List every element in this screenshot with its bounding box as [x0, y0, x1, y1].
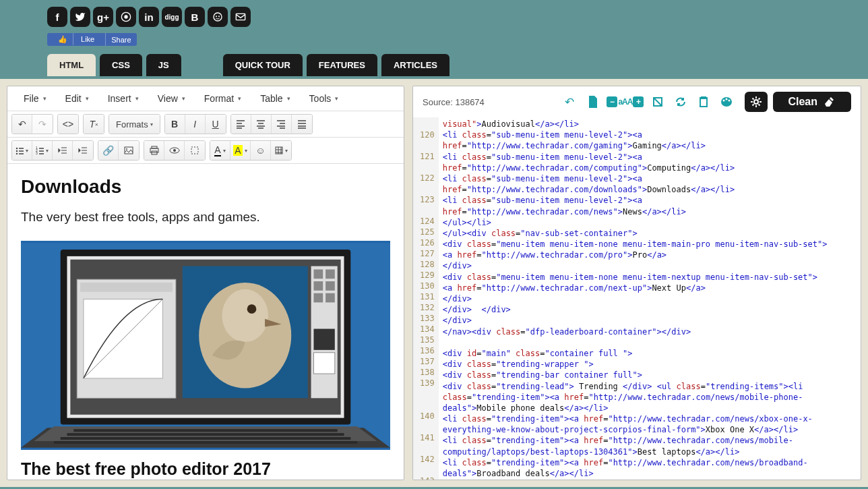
- menu-tools[interactable]: Tools: [300, 90, 348, 107]
- align-justify-button[interactable]: [292, 115, 312, 134]
- underline-button[interactable]: U: [206, 115, 226, 134]
- svg-point-37: [247, 304, 257, 314]
- editor-content[interactable]: Downloads The very best free tools, apps…: [7, 164, 404, 480]
- code-line[interactable]: visual">Audiovisual</a></li>: [443, 119, 857, 130]
- code-line[interactable]: <div class="trending-bar container full"…: [443, 370, 857, 380]
- editor-toolbar-1: ↶ ↷ <> T× Formats B I U: [7, 111, 404, 138]
- source-label: Source: 138674: [423, 97, 485, 107]
- settings-button[interactable]: [745, 92, 768, 112]
- fb-like-widget[interactable]: 👍 Like Share: [47, 33, 137, 46]
- tab-js[interactable]: JS: [146, 54, 181, 76]
- svg-point-18: [173, 149, 176, 152]
- menu-edit[interactable]: Edit: [56, 90, 98, 107]
- svg-point-52: [726, 98, 728, 100]
- code-line[interactable]: </div>: [443, 260, 857, 271]
- stumbleupon-icon[interactable]: [116, 7, 136, 27]
- svg-point-4: [218, 16, 220, 17]
- numbered-list-button[interactable]: 123: [32, 141, 53, 160]
- clean-button[interactable]: Clean: [773, 92, 851, 112]
- twitter-icon[interactable]: [70, 7, 90, 27]
- source-code-button[interactable]: <>: [58, 115, 78, 134]
- undo-button[interactable]: ↶: [12, 115, 32, 134]
- indent-button[interactable]: [73, 141, 93, 160]
- article-image: [21, 241, 390, 450]
- print-button[interactable]: [144, 141, 164, 160]
- tab-html[interactable]: HTML: [47, 54, 96, 76]
- code-line[interactable]: <a href="http://www.techradar.com/pro">P…: [443, 250, 857, 260]
- link-button[interactable]: 🔗: [98, 141, 119, 160]
- formats-dropdown[interactable]: Formats: [109, 115, 160, 134]
- image-button[interactable]: [119, 141, 139, 160]
- svg-text:3: 3: [36, 151, 38, 154]
- googleplus-icon[interactable]: g+: [93, 7, 113, 27]
- svg-rect-32: [80, 283, 173, 292]
- code-line[interactable]: [443, 337, 857, 348]
- svg-rect-25: [67, 433, 344, 436]
- menu-format[interactable]: Format: [195, 90, 251, 107]
- menu-view[interactable]: View: [148, 90, 195, 107]
- italic-button[interactable]: I: [185, 115, 206, 134]
- code-line[interactable]: <li class="sub-menu-item menu-level-2"><…: [443, 195, 857, 217]
- emoji-button[interactable]: ☺: [251, 141, 271, 160]
- code-line[interactable]: <li class="trending-item"><a href="http:…: [443, 413, 857, 435]
- code-line[interactable]: <li class="sub-menu-item menu-level-2"><…: [443, 152, 857, 173]
- blogger-icon[interactable]: B: [185, 7, 205, 27]
- code-line[interactable]: <div class="menu-item menu-item-none men…: [443, 239, 857, 250]
- svg-rect-49: [702, 96, 706, 98]
- code-line[interactable]: <div id="main" class="container full ">: [443, 348, 857, 359]
- redo-button[interactable]: ↷: [32, 115, 53, 134]
- code-line[interactable]: <li class="trending-item"><a href="http:…: [443, 435, 857, 457]
- editor-toolbar-2: 123 🔗 A A ☺: [7, 138, 404, 164]
- code-line[interactable]: <li class="sub-menu-item menu-level-2"><…: [443, 130, 857, 151]
- align-right-button[interactable]: [272, 115, 292, 134]
- svg-rect-19: [191, 147, 198, 154]
- align-left-button[interactable]: [231, 115, 251, 134]
- code-line[interactable]: </nav><div class="dfp-leaderboard-contai…: [443, 326, 857, 337]
- code-line[interactable]: <li class="trending-item"><a href="http:…: [443, 479, 857, 480]
- source-code-area[interactable]: 1201211221231241251261271281291301311321…: [413, 117, 861, 480]
- code-line[interactable]: <li class="sub-menu-item menu-level-2"><…: [443, 173, 857, 195]
- code-line[interactable]: </div>: [443, 315, 857, 326]
- bold-button[interactable]: B: [165, 115, 185, 134]
- font-size-control[interactable]: −aAA+: [607, 96, 644, 107]
- facebook-icon[interactable]: f: [47, 7, 67, 27]
- text-color-button[interactable]: A: [210, 141, 230, 160]
- email-icon[interactable]: [230, 7, 251, 27]
- menu-insert[interactable]: Insert: [98, 90, 148, 107]
- undo-icon[interactable]: ↶: [561, 93, 578, 111]
- linkedin-icon[interactable]: in: [139, 7, 159, 27]
- code-line[interactable]: </div> </div>: [443, 304, 857, 315]
- outdent-button[interactable]: [53, 141, 73, 160]
- preview-button[interactable]: [164, 141, 185, 160]
- bullet-list-button[interactable]: [12, 141, 32, 160]
- svg-point-2: [214, 13, 222, 21]
- tab-css[interactable]: CSS: [100, 54, 142, 76]
- palette-icon[interactable]: [718, 93, 735, 111]
- tab-quicktour[interactable]: QUICK TOUR: [223, 54, 303, 76]
- code-line[interactable]: </ul><div class="nav-sub-set-container">: [443, 228, 857, 239]
- code-line[interactable]: <div class="trending-lead"> Trending </d…: [443, 381, 857, 414]
- new-doc-icon[interactable]: [584, 93, 601, 111]
- tab-features[interactable]: FEATURES: [307, 54, 377, 76]
- tab-articles[interactable]: ARTICLES: [381, 54, 450, 76]
- code-line[interactable]: <li class="trending-item"><a href="http:…: [443, 457, 857, 479]
- code-line[interactable]: <div class="menu-item menu-item-none men…: [443, 272, 857, 283]
- fullscreen-button[interactable]: [185, 141, 205, 160]
- reddit-icon[interactable]: [208, 7, 228, 27]
- refresh-icon[interactable]: [672, 93, 689, 111]
- code-line[interactable]: <div class="trending-wrapper ">: [443, 359, 857, 370]
- bg-color-button[interactable]: A: [230, 141, 251, 160]
- compress-icon[interactable]: [649, 93, 666, 111]
- align-center-button[interactable]: [251, 115, 272, 134]
- clipboard-icon[interactable]: [695, 93, 712, 111]
- svg-rect-40: [326, 269, 335, 279]
- digg-icon[interactable]: digg: [162, 7, 182, 27]
- menu-table[interactable]: Table: [251, 90, 299, 107]
- clear-formatting-button[interactable]: T×: [84, 115, 104, 134]
- code-line[interactable]: <a href="http://www.techradar.com/next-u…: [443, 283, 857, 293]
- menu-file[interactable]: File: [14, 90, 56, 107]
- code-line[interactable]: </div>: [443, 293, 857, 304]
- code-line[interactable]: </ul></li>: [443, 217, 857, 228]
- table-button[interactable]: [271, 141, 291, 160]
- source-toolbar: Source: 138674 ↶ −aAA+ Clean: [413, 86, 861, 117]
